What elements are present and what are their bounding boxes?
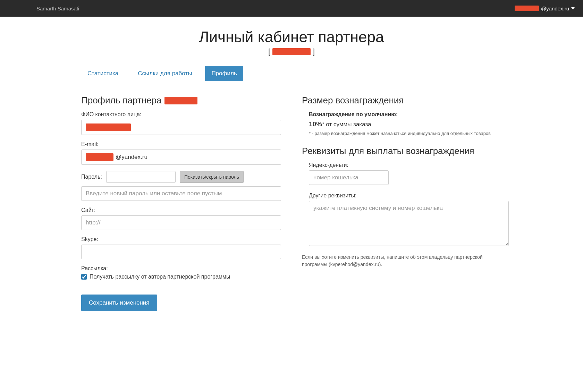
reward-payout-column: Размер вознаграждения Вознаграждение по … [302,95,502,311]
tab-statistics[interactable]: Статистика [81,66,125,81]
newsletter-label: Рассылка: [81,265,281,272]
payout-footnote: Если вы хотите изменить реквизиты, напиш… [302,254,502,268]
tab-profile[interactable]: Профиль [205,66,243,81]
page-title: Личный кабинет партнера [81,28,502,46]
reward-percent-note: * от суммы заказа [322,121,371,128]
reward-disclaimer: * - размер вознаграждения может назначат… [309,131,502,136]
site-input[interactable] [81,215,281,230]
email-label: E-mail: [81,141,281,147]
profile-heading-text: Профиль партнера [81,95,162,106]
profile-form: Профиль партнера ФИО контактного лица: E… [81,95,281,311]
reward-percent: 10% [309,120,322,128]
partner-id-redacted [272,48,311,55]
email-prefix-redacted [86,153,113,161]
email-suffix: @yandex.ru [116,154,147,161]
password-toggle-button[interactable]: Показать/скрыть пароль [180,171,244,183]
yandex-money-label: Яндекс-деньги: [309,162,502,168]
fio-value-redacted [86,123,131,131]
other-requisites-textarea[interactable] [309,201,509,246]
save-button[interactable]: Сохранить изменения [81,295,157,311]
fio-input[interactable] [81,120,281,135]
password-new-input[interactable] [81,186,281,201]
password-current-input[interactable] [106,171,176,183]
email-input[interactable]: @yandex.ru [81,150,281,165]
reward-default-label: Вознаграждение по умолчанию: [309,111,502,118]
subtitle-bracket-close: ] [313,47,315,56]
profile-partner-redacted [164,97,197,104]
user-email-redacted [515,6,539,11]
tabs: Статистика Ссылки для работы Профиль [81,66,502,81]
user-email-suffix: @yandex.ru [541,6,569,11]
skype-input[interactable] [81,245,281,259]
user-menu[interactable]: @yandex.ru [515,6,575,11]
subtitle-bracket-open: [ [268,47,270,56]
page-subtitle: [ ] [81,47,502,56]
reward-heading: Размер вознаграждения [302,95,502,106]
brand-name: Samarth Samasati [36,6,79,11]
password-label: Пароль: [81,174,102,180]
fio-label: ФИО контактного лица: [81,111,281,118]
skype-label: Skype: [81,236,281,242]
yandex-money-input[interactable] [309,170,389,185]
topbar: Samarth Samasati @yandex.ru [0,0,583,17]
profile-heading: Профиль партнера [81,95,281,106]
site-label: Сайт: [81,207,281,213]
other-requisites-label: Другие реквизиты: [309,193,502,199]
newsletter-checkbox-label: Получать рассылку от автора партнерской … [90,274,230,280]
reward-value: 10%* от суммы заказа [309,120,502,128]
newsletter-checkbox[interactable] [81,274,87,280]
payout-heading: Реквизиты для выплаты вознаграждения [302,146,502,156]
tab-links[interactable]: Ссылки для работы [132,66,198,81]
chevron-down-icon [571,7,575,9]
